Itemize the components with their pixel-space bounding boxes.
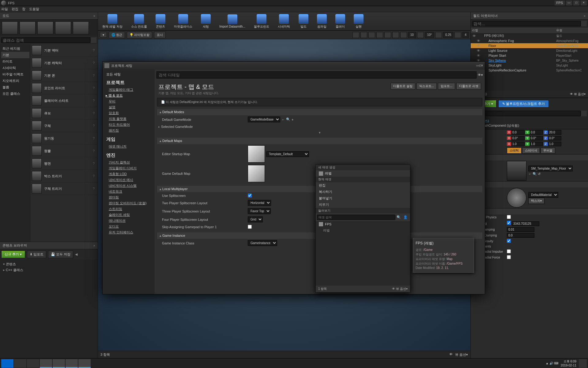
- transform-icon[interactable]: [352, 32, 359, 38]
- visibility-icon[interactable]: 👁: [473, 34, 477, 38]
- search-icon[interactable]: [581, 111, 587, 116]
- modes-search-input[interactable]: [1, 37, 90, 43]
- blueprint-script-button[interactable]: ✎ 블루프린트/스크립트 추가: [498, 100, 549, 108]
- grid-snap-icon[interactable]: [400, 32, 407, 38]
- ps-nav-item[interactable]: 오디오: [106, 224, 151, 229]
- ps-nav-item[interactable]: 슬레이트 세팅: [106, 212, 151, 218]
- ap-clear[interactable]: 지우기: [316, 201, 410, 208]
- mobility-movable[interactable]: 무버블: [541, 148, 555, 154]
- menu-edit[interactable]: 편집: [12, 7, 18, 11]
- browse-icon[interactable]: ←: [528, 172, 532, 176]
- section-physics[interactable]: cs: [471, 209, 588, 214]
- editor-startup-dropdown[interactable]: Template_Default: [266, 151, 309, 157]
- mp-checkbox[interactable]: [248, 194, 252, 197]
- mode-cat-volumes[interactable]: 볼륨: [1, 84, 29, 90]
- modes-tab[interactable]: 모드 ×: [0, 12, 98, 20]
- help-icon[interactable]: ?: [93, 86, 95, 90]
- visibility-icon[interactable]: 👁: [477, 39, 481, 43]
- toolbar-button[interactable]: 현재 레벨 저장: [100, 13, 124, 29]
- minimize-button[interactable]: —: [566, 1, 572, 6]
- ps-close[interactable]: ×: [481, 64, 483, 67]
- mode-cat-basic[interactable]: 기본: [1, 52, 29, 58]
- translate-icon[interactable]: [360, 32, 367, 38]
- mp-checkbox[interactable]: [248, 225, 252, 229]
- surface-snap-icon[interactable]: [392, 32, 399, 38]
- import-button[interactable]: ⬇ 임포트: [27, 251, 46, 258]
- ps-nav-item[interactable]: 암호화: [106, 110, 151, 116]
- ps-nav-item[interactable]: 렌더링: [106, 194, 151, 200]
- add-new-button[interactable]: 신규 추가 ▾: [1, 251, 25, 258]
- eye-icon[interactable]: 👁▾: [478, 73, 483, 77]
- mode-item[interactable]: 기본 캐릭터 ?: [31, 57, 98, 69]
- physics-checkbox[interactable]: [507, 239, 511, 243]
- taskview-button[interactable]: [27, 359, 39, 368]
- loc-x-input[interactable]: [511, 130, 525, 135]
- toolbar-button[interactable]: 컴파일: [315, 13, 329, 29]
- toolbar-button[interactable]: 플레이: [334, 13, 347, 29]
- outliner-row[interactable]: 👁 Floor StaticMeshActor: [471, 43, 588, 48]
- mode-item[interactable]: 큐브 ?: [31, 107, 98, 120]
- rotate-icon[interactable]: [368, 32, 375, 38]
- physics-checkbox[interactable]: [507, 249, 511, 253]
- rot-x-input[interactable]: [511, 136, 525, 140]
- ps-nav-item[interactable]: 내비게이션 메시: [106, 177, 151, 183]
- close-icon[interactable]: ×: [93, 244, 95, 247]
- mp-select[interactable]: Grid: [248, 217, 263, 222]
- material-thumb[interactable]: [507, 188, 526, 208]
- mode-item[interactable]: 기본 폰 ?: [31, 69, 98, 82]
- visibility-icon[interactable]: 👁: [477, 49, 481, 52]
- editor-startup-thumb[interactable]: [248, 145, 265, 163]
- outliner-row[interactable]: 👁 FPS (에디터) 월드: [471, 33, 588, 38]
- user-icon[interactable]: 👤: [402, 215, 409, 220]
- help-icon[interactable]: ?: [93, 61, 95, 65]
- outliner-row[interactable]: 👁 Player Start PlayerStart: [471, 53, 588, 58]
- search-icon[interactable]: [581, 21, 587, 26]
- game-default-thumb[interactable]: [248, 165, 265, 182]
- material-dropdown[interactable]: DefaultMaterial: [528, 192, 558, 198]
- eye-icon[interactable]: 👁: [449, 352, 453, 357]
- mobility-stationary[interactable]: 스테이셔: [522, 148, 540, 154]
- mode-cat-cinematic[interactable]: 시네마틱: [1, 65, 29, 71]
- viewport-lit[interactable]: 💡 라이팅포함: [127, 32, 152, 38]
- ap-search-input[interactable]: [317, 215, 395, 220]
- clock-date[interactable]: 2019-02-11: [561, 364, 576, 367]
- ps-section-default-maps[interactable]: Default Maps: [157, 138, 482, 144]
- camera-speed-icon[interactable]: [454, 32, 461, 38]
- mesh-thumb[interactable]: [507, 161, 526, 181]
- ps-nav-item[interactable]: 네트워크: [106, 189, 151, 194]
- mode-cat-vfx[interactable]: 비주얼 이펙트: [1, 71, 29, 78]
- ps-nav-item[interactable]: 스트리밍: [106, 206, 151, 212]
- section-mesh[interactable]: Mesh: [471, 155, 588, 160]
- ps-nav-item[interactable]: 타깃 하드웨어: [106, 122, 151, 128]
- toolbar-button[interactable]: 실행: [352, 13, 365, 29]
- help-icon[interactable]: ?: [93, 48, 95, 52]
- physics-checkbox[interactable]: [507, 255, 511, 259]
- clock-time[interactable]: 오후 6:09: [561, 359, 576, 364]
- ps-nav-item[interactable]: 계층형 LOD: [106, 171, 151, 177]
- notifications-button[interactable]: [579, 359, 587, 368]
- search-icon[interactable]: [91, 37, 96, 43]
- ap-create-level[interactable]: 레벨: [316, 170, 410, 177]
- ps-nav-item[interactable]: 패키징: [106, 128, 151, 133]
- mode-geometry-icon[interactable]: [73, 21, 89, 34]
- toolbar-button[interactable]: 시네마틱: [276, 13, 292, 29]
- search-button[interactable]: [14, 359, 26, 368]
- scl-z-input[interactable]: [548, 142, 561, 146]
- texture-button[interactable]: 텍스처▾: [528, 198, 545, 204]
- scl-x-input[interactable]: [511, 142, 525, 146]
- content-browser-tab[interactable]: 콘텐츠 브라우저 ×: [0, 242, 98, 249]
- browse-icon[interactable]: ←: [281, 118, 285, 121]
- mesh-dropdown[interactable]: SM_Template_Map_Floor: [528, 166, 573, 171]
- ap-result[interactable]: 레벨: [316, 227, 410, 234]
- ps-nav-item[interactable]: 애니메이션: [106, 218, 151, 224]
- explorer-button[interactable]: [53, 359, 65, 368]
- scale-snap-icon[interactable]: [435, 32, 442, 38]
- unreal-button[interactable]: [66, 359, 78, 368]
- menu-file[interactable]: 파일: [1, 7, 8, 11]
- toolbar-button[interactable]: 소스 컨트롤: [129, 13, 149, 29]
- outliner-row[interactable]: 👁 SphereReflectionCapture SphereReflecti…: [471, 68, 588, 73]
- help-icon[interactable]: ?: [93, 99, 95, 102]
- help-icon[interactable]: ?: [93, 149, 95, 153]
- help-icon[interactable]: ?: [93, 111, 95, 115]
- physics-checkbox[interactable]: [507, 215, 511, 219]
